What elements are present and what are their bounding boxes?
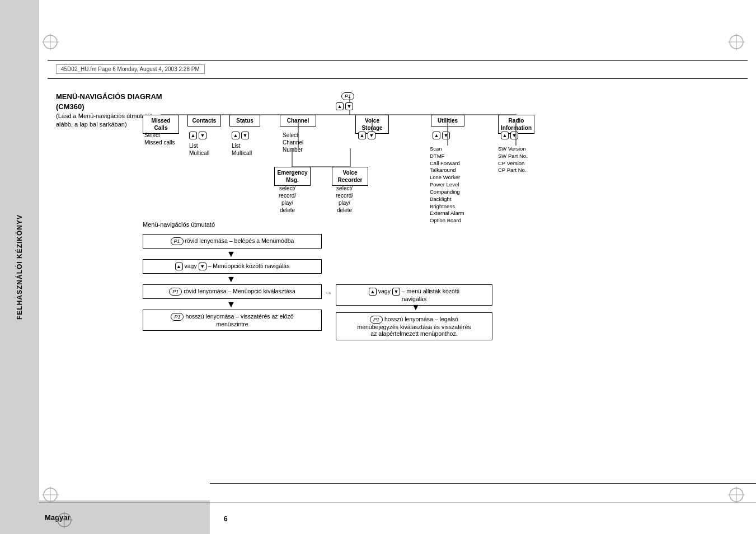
missed-calls-sub: SelectMissed calls: [144, 132, 175, 146]
status-down: ▼: [241, 132, 249, 139]
step5-up: ▲: [369, 288, 377, 296]
menu-channel: Channel: [280, 115, 316, 127]
nav-step1-text: rövid lenyomása – belépés a Menümódba: [185, 237, 294, 244]
step2-up: ▲: [175, 263, 183, 270]
ri-up: ▲: [501, 132, 509, 139]
main-content: 45D02_HU.fm Page 6 Monday, August 4, 200…: [39, 0, 756, 534]
utilities-arrows: ▲ ▼: [433, 132, 450, 139]
nav-step2-box: ▲ vagy ▼ – Menüopciók közötti navigálás: [143, 259, 322, 274]
utilities-sub: ScanDTMFCall ForwardTalkaroundLone Worke…: [430, 146, 464, 224]
nav-step1-box: P1 rövid lenyomása – belépés a Menümódba: [143, 234, 322, 249]
util-down: ▼: [442, 132, 450, 139]
menu-status: Status: [229, 115, 260, 127]
menu-utilities: Utilities: [431, 115, 464, 127]
vs-down: ▼: [368, 132, 375, 139]
status-sub: ListMulticall: [232, 142, 252, 157]
bottom-line2: [210, 483, 756, 484]
menu-radio-information: RadioInformation: [498, 115, 534, 134]
p1-button-top: P1: [341, 92, 354, 100]
sidebar-label: FELHASZNÁLÓI KÉZIKÖNYV: [16, 214, 24, 320]
nav-step6-box: P1 hosszú lenyomása – legalsómenübejegyz…: [336, 312, 492, 340]
channel-sub: SelectChannelNumber: [283, 132, 303, 153]
up-arrow-top: ▲: [336, 102, 344, 110]
down-arrow-top: ▼: [345, 102, 353, 110]
page-title: MENÜ-NAVIGÁCIÓS DIAGRAM: [56, 92, 162, 101]
arrow-step1-2: ▼: [227, 249, 236, 259]
voice-actions: select/record/play/delete: [336, 185, 353, 214]
menu-contacts: Contacts: [187, 115, 221, 127]
sidebar: FELHASZNÁLÓI KÉZIKÖNYV: [0, 0, 39, 534]
contacts-down: ▼: [199, 132, 206, 139]
step2-label: – Menüopciók közötti navigálás: [208, 263, 290, 269]
step2-text: vagy: [184, 263, 198, 269]
status-arrows: ▲ ▼: [232, 132, 249, 139]
nav-step4-text: hosszú lenyomása – visszatérés az előzőm…: [185, 313, 293, 327]
file-info: 45D02_HU.fm Page 6 Monday, August 4, 200…: [56, 64, 205, 74]
util-up: ▲: [433, 132, 440, 139]
p1-step6: P1: [370, 316, 383, 324]
step2-down: ▼: [199, 263, 206, 270]
vs-up: ▲: [358, 132, 366, 139]
radio-info-sub: SW VersionSW Part No.CP VersionCP Part N…: [498, 146, 528, 174]
voice-storage-arrows: ▲ ▼: [358, 132, 375, 139]
arrow-step5-6: ▼: [411, 302, 420, 312]
page-subtitle: (CM360): [56, 102, 84, 111]
contacts-sub: ListMulticall: [189, 142, 209, 157]
menu-missed-calls: MissedCalls: [143, 115, 179, 134]
menu-voice-storage: VoiceStorage: [355, 115, 389, 134]
arrow-right: →: [325, 288, 332, 297]
voice-recorder-box: VoiceRecorder: [332, 167, 368, 186]
emergency-actions: select/record/play/delete: [279, 185, 296, 214]
bottom-line1: [39, 503, 756, 503]
nav-guide-title: Menü-navigációs útmutató: [143, 221, 215, 228]
updown-arrows-top: ▲ ▼: [336, 102, 353, 110]
step5-text: vagy: [378, 288, 392, 294]
p1-top-area: P1: [341, 92, 354, 100]
nav-step4-box: P1 hosszú lenyomása – visszatérés az elő…: [143, 310, 322, 331]
contacts-up: ▲: [189, 132, 197, 139]
top-line: [48, 60, 748, 61]
arrow-step3-4: ▼: [227, 299, 236, 310]
p1-step1: P1: [171, 237, 184, 245]
nav-step3-box: P1 rövid lenyomása – Menüopció kiválaszt…: [143, 284, 322, 299]
top-line2: [48, 78, 748, 79]
radio-info-arrows: ▲ ▼: [501, 132, 518, 139]
arrow-step2-3: ▼: [227, 274, 236, 284]
step5-label: – menü allisták közöttinavigálás: [402, 288, 459, 302]
p1-step4: P1: [171, 313, 184, 321]
nav-step3-text: rövid lenyomása – Menüopció kiválasztása: [184, 288, 295, 294]
emergency-msg-box: EmergencyMsg.: [274, 167, 311, 186]
status-up: ▲: [232, 132, 240, 139]
step5-down: ▼: [392, 288, 400, 296]
p1-step3: P1: [169, 288, 182, 296]
ri-down: ▼: [510, 132, 518, 139]
contacts-arrows: ▲ ▼: [189, 132, 206, 139]
